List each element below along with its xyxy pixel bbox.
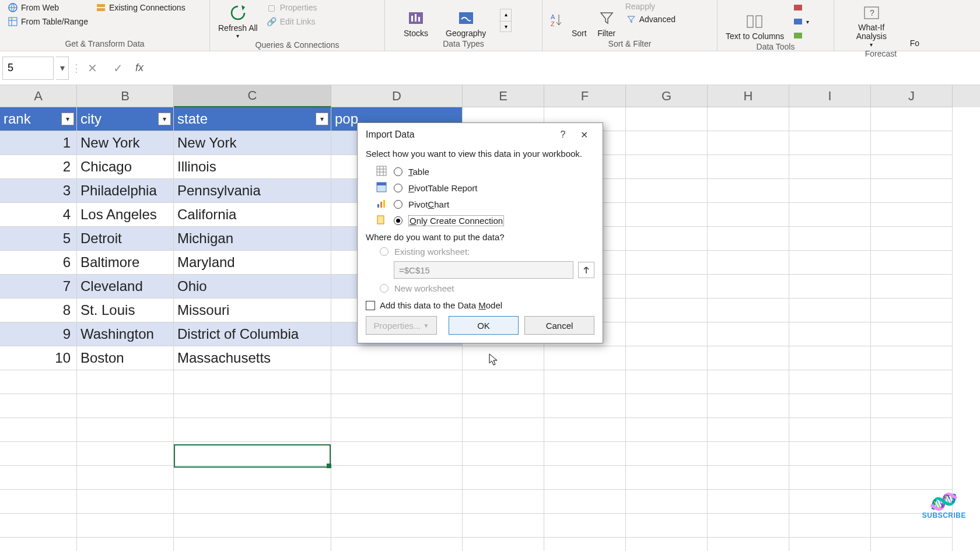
- svg-rect-18: [377, 166, 386, 176]
- cell-city[interactable]: Los Angeles: [77, 203, 174, 227]
- from-web-button[interactable]: From Web: [5, 1, 90, 14]
- cell-pop[interactable]: [331, 346, 463, 370]
- existing-connections-button[interactable]: Existing Connections: [93, 1, 188, 14]
- cell-city[interactable]: Cleveland: [77, 275, 174, 299]
- cell-rank[interactable]: 4: [0, 203, 77, 227]
- svg-rect-13: [794, 5, 802, 10]
- cell-rank[interactable]: 8: [0, 299, 77, 322]
- data-validation-button[interactable]: [790, 29, 811, 42]
- cancel-button[interactable]: Cancel: [524, 316, 594, 335]
- cell-state[interactable]: Pennsylvania: [174, 179, 331, 203]
- table-header-state[interactable]: state▾: [174, 107, 331, 131]
- col-header-B[interactable]: B: [77, 85, 174, 107]
- whatif-analysis-button[interactable]: ? What-If Analysis ▾: [839, 1, 904, 49]
- filter-dropdown-icon[interactable]: ▾: [61, 113, 74, 125]
- table-header-city[interactable]: city▾: [77, 107, 174, 131]
- col-header-I[interactable]: I: [789, 85, 871, 107]
- refresh-all-button[interactable]: Refresh All ▾: [215, 1, 261, 40]
- text-to-columns-button[interactable]: Text to Columns: [722, 1, 788, 42]
- col-header-J[interactable]: J: [871, 85, 953, 107]
- forecast-sheet-button[interactable]: Fo: [907, 1, 923, 49]
- col-header-G[interactable]: G: [626, 85, 708, 107]
- cell-rank[interactable]: 6: [0, 251, 77, 275]
- cell-rank[interactable]: 2: [0, 155, 77, 179]
- cell-rank[interactable]: 3: [0, 179, 77, 203]
- col-header-E[interactable]: E: [463, 85, 544, 107]
- col-header-A[interactable]: A: [0, 85, 77, 107]
- formula-input[interactable]: [149, 57, 978, 80]
- flash-fill-icon: [792, 2, 804, 13]
- cell-city[interactable]: Detroit: [77, 227, 174, 251]
- cell-state[interactable]: New York: [174, 131, 331, 155]
- cell-city[interactable]: Washington: [77, 322, 174, 346]
- globe-icon: [7, 2, 19, 13]
- col-header-C[interactable]: C: [174, 85, 331, 107]
- datatype-next-button[interactable]: ▾: [501, 21, 511, 31]
- group-label-datatypes: Data Types: [390, 39, 537, 50]
- col-header-H[interactable]: H: [708, 85, 789, 107]
- from-table-range-button[interactable]: From Table/Range: [5, 15, 90, 28]
- svg-rect-23: [383, 200, 385, 208]
- stocks-datatype-button[interactable]: Stocks: [400, 6, 432, 39]
- svg-text:A: A: [551, 13, 555, 20]
- checkbox-add-to-data-model[interactable]: [366, 301, 375, 310]
- radio-table[interactable]: [394, 167, 402, 176]
- cancel-formula-button[interactable]: ✕: [80, 59, 104, 78]
- geography-datatype-button[interactable]: Geography: [442, 6, 489, 39]
- name-box[interactable]: 5: [2, 57, 54, 80]
- cell-state[interactable]: Maryland: [174, 251, 331, 275]
- flash-fill-button[interactable]: [790, 1, 811, 14]
- cell-rank[interactable]: 5: [0, 227, 77, 251]
- connections-icon: [95, 2, 107, 13]
- ribbon: From Web From Table/Range Existing Conne…: [0, 0, 980, 51]
- dialog-prompt: Select how you want to view this data in…: [366, 149, 594, 159]
- ok-button[interactable]: OK: [449, 316, 519, 335]
- cell-state[interactable]: Missouri: [174, 299, 331, 322]
- radio-only-connection[interactable]: [394, 216, 402, 225]
- radio-pivotchart[interactable]: [394, 200, 402, 209]
- cell-rank[interactable]: 10: [0, 346, 77, 370]
- cell-state[interactable]: Michigan: [174, 227, 331, 251]
- cell-city[interactable]: New York: [77, 131, 174, 155]
- sort-az-button[interactable]: AZ: [547, 1, 566, 39]
- dialog-close-button[interactable]: ✕: [573, 126, 594, 143]
- datatype-prev-button[interactable]: ▴: [501, 9, 511, 20]
- radio-pivottable[interactable]: [394, 184, 402, 192]
- fx-icon[interactable]: fx: [132, 62, 147, 74]
- cell-city[interactable]: Philadelphia: [77, 179, 174, 203]
- enter-formula-button[interactable]: ✓: [106, 59, 130, 78]
- svg-rect-14: [794, 19, 802, 24]
- remove-duplicates-button[interactable]: ▾: [790, 15, 811, 28]
- table-option-icon: [376, 166, 388, 177]
- svg-rect-21: [377, 204, 379, 208]
- collapse-dialog-button[interactable]: [578, 262, 594, 278]
- name-box-dropdown[interactable]: ▾: [56, 57, 69, 80]
- cell-state[interactable]: Ohio: [174, 275, 331, 299]
- cell-state[interactable]: Illinois: [174, 155, 331, 179]
- svg-rect-1: [9, 17, 17, 26]
- cell-city[interactable]: St. Louis: [77, 299, 174, 322]
- filter-dropdown-icon[interactable]: ▾: [158, 113, 171, 125]
- cell-rank[interactable]: 1: [0, 131, 77, 155]
- filter-dropdown-icon[interactable]: ▾: [316, 113, 328, 125]
- col-header-D[interactable]: D: [331, 85, 463, 107]
- cell-city[interactable]: Boston: [77, 346, 174, 370]
- filter-button[interactable]: Filter: [593, 1, 621, 39]
- dialog-help-button[interactable]: ?: [552, 126, 573, 143]
- cell-state[interactable]: District of Columbia: [174, 322, 331, 346]
- pivottable-option-icon: [376, 182, 388, 194]
- cell-state[interactable]: California: [174, 203, 331, 227]
- svg-rect-5: [411, 16, 413, 22]
- cell-rank[interactable]: 9: [0, 322, 77, 346]
- data-validation-icon: [792, 30, 804, 41]
- properties-icon: ▢: [266, 2, 278, 13]
- cell-city[interactable]: Baltimore: [77, 251, 174, 275]
- table-header-rank[interactable]: rank▾: [0, 107, 77, 131]
- sort-button[interactable]: Sort: [568, 1, 590, 39]
- col-header-F[interactable]: F: [544, 85, 626, 107]
- svg-rect-3: [97, 8, 105, 11]
- cell-rank[interactable]: 7: [0, 275, 77, 299]
- cell-city[interactable]: Chicago: [77, 155, 174, 179]
- advanced-filter-button[interactable]: Advanced: [623, 13, 678, 26]
- cell-state[interactable]: Massachusetts: [174, 346, 331, 370]
